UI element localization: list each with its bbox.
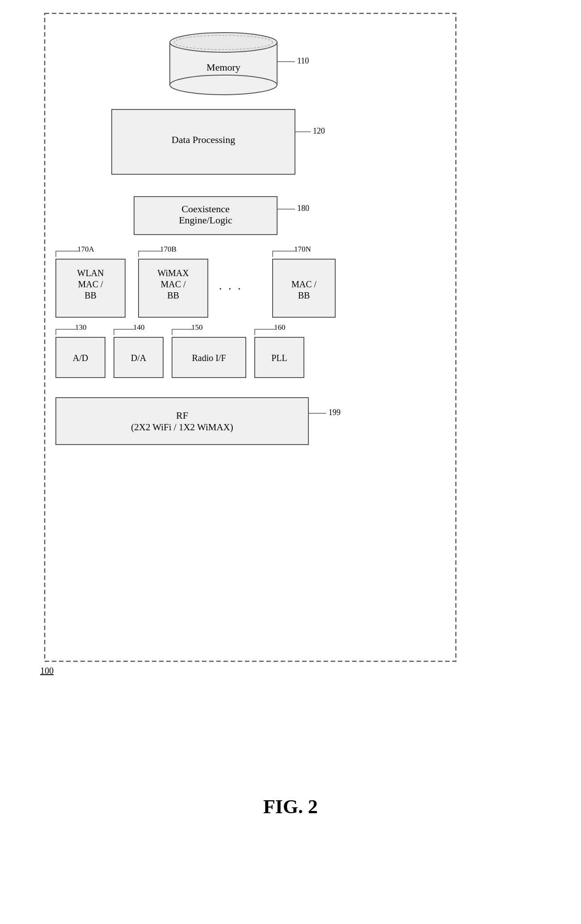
rf-sub-label: (2X2 WiFi / 1X2 WiMAX): [56, 422, 308, 433]
wlan-line2: MAC /: [56, 279, 125, 290]
svg-rect-0: [45, 13, 456, 661]
ref-180: 180: [297, 204, 309, 213]
memory-label: Memory: [170, 62, 277, 73]
ref-199: 199: [328, 408, 341, 417]
pll-label: PLL: [255, 353, 304, 363]
ref-170a: 170A: [77, 245, 94, 254]
wimax-line1: WiMAX: [139, 268, 208, 278]
dots-separator: . . .: [219, 279, 243, 293]
ref-130: 130: [75, 323, 87, 332]
wimax-line2: MAC /: [139, 279, 208, 290]
ref-160: 160: [274, 323, 286, 332]
wlan-line3: BB: [56, 290, 125, 301]
figure-label: FIG. 2: [263, 795, 318, 818]
rf-label: RF: [56, 410, 308, 421]
svg-point-2: [170, 75, 277, 95]
ref-170n: 170N: [294, 245, 311, 254]
mac-bb-line1: MAC /: [273, 279, 335, 290]
page-container: Memory 110 Data Processing 120 Coexisten…: [0, 0, 581, 924]
svg-rect-1: [170, 42, 277, 85]
radio-if-label: Radio I/F: [172, 353, 246, 363]
coexistence-label-line2: Engine/Logic: [134, 214, 277, 226]
coexistence-label-line1: Coexistence: [134, 203, 277, 215]
ref-170b: 170B: [160, 245, 177, 254]
data-processing-label: Data Processing: [112, 134, 295, 146]
svg-point-5: [170, 33, 277, 52]
ref-120: 120: [313, 126, 325, 136]
wlan-line1: WLAN: [56, 268, 125, 278]
ref-140: 140: [133, 323, 145, 332]
label-100: 100: [40, 666, 54, 676]
wimax-line3: BB: [139, 290, 208, 301]
da-label: D/A: [114, 353, 163, 363]
ad-label: A/D: [56, 353, 105, 363]
mac-bb-line2: BB: [273, 290, 335, 301]
ref-150: 150: [191, 323, 203, 332]
svg-point-6: [174, 35, 273, 50]
ref-110: 110: [297, 56, 309, 66]
